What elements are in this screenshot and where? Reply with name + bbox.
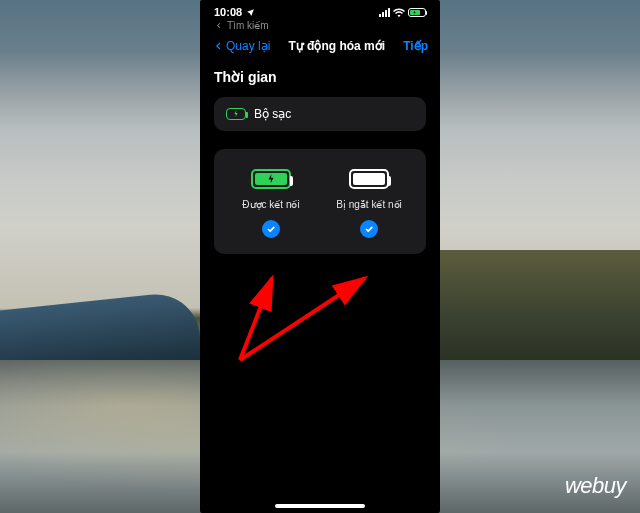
location-icon bbox=[246, 8, 255, 17]
wifi-icon bbox=[393, 8, 405, 17]
content: Thời gian Bộ sạc Được kết nối bbox=[200, 63, 440, 260]
status-bar: 10:08 bbox=[200, 0, 440, 20]
phone-frame: 10:08 Tìm kiếm Quay lại Tự động hóa mới … bbox=[200, 0, 440, 513]
option-label: Bị ngắt kết nối bbox=[336, 199, 401, 210]
back-button[interactable]: Quay lại bbox=[212, 39, 270, 53]
battery-status-icon bbox=[408, 8, 426, 17]
status-left: 10:08 bbox=[214, 6, 255, 18]
charger-card[interactable]: Bộ sạc bbox=[214, 97, 426, 131]
battery-full-icon bbox=[349, 169, 389, 189]
charger-icon bbox=[226, 108, 246, 120]
status-right bbox=[379, 8, 426, 17]
chevron-left-icon bbox=[212, 39, 224, 53]
options-card: Được kết nối Bị ngắt kết nối bbox=[214, 149, 426, 254]
back-label: Quay lại bbox=[226, 39, 270, 53]
section-title: Thời gian bbox=[214, 69, 426, 85]
chevron-left-icon bbox=[214, 21, 223, 30]
option-disconnected[interactable]: Bị ngắt kết nối bbox=[324, 169, 414, 238]
search-label: Tìm kiếm bbox=[227, 20, 269, 31]
charger-label: Bộ sạc bbox=[254, 107, 291, 121]
option-label: Được kết nối bbox=[242, 199, 299, 210]
search-breadcrumb[interactable]: Tìm kiếm bbox=[200, 20, 440, 35]
next-button[interactable]: Tiếp bbox=[403, 39, 428, 53]
check-icon bbox=[262, 220, 280, 238]
option-connected[interactable]: Được kết nối bbox=[226, 169, 316, 238]
page-title: Tự động hóa mới bbox=[288, 39, 385, 53]
cellular-signal-icon bbox=[379, 8, 390, 17]
nav-bar: Quay lại Tự động hóa mới Tiếp bbox=[200, 35, 440, 63]
battery-charging-icon bbox=[251, 169, 291, 189]
webuy-watermark: webuy bbox=[565, 473, 626, 499]
home-indicator[interactable] bbox=[275, 504, 365, 508]
clock: 10:08 bbox=[214, 6, 242, 18]
check-icon bbox=[360, 220, 378, 238]
